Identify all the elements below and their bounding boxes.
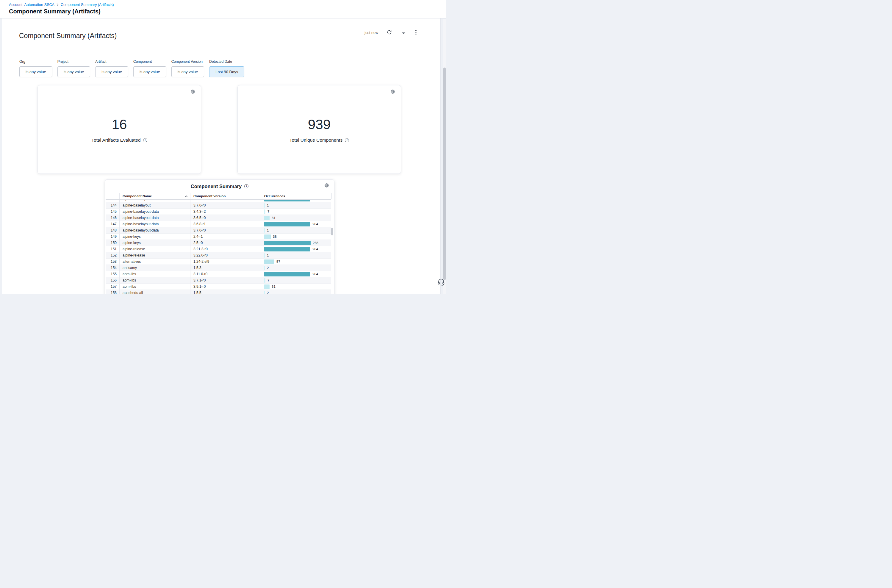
info-icon[interactable] — [244, 184, 249, 188]
component-version-cell: 3.7.0-r0 — [190, 202, 261, 208]
filter-value-button[interactable]: is any value — [95, 66, 128, 77]
component-version-cell: 2.5-r0 — [190, 240, 261, 246]
filter-value-button[interactable]: is any value — [171, 66, 204, 77]
stat-value: 939 — [308, 116, 331, 132]
component-name-cell: apacheds-all — [119, 290, 190, 294]
table-row: 146 alpine-baselayout-data 3.6.5-r0 31 — [106, 215, 331, 221]
occurrence-bar — [264, 285, 270, 289]
component-version-cell: 3.7.1-r0 — [190, 278, 261, 283]
occurrence-bar — [264, 247, 310, 252]
occurrences-cell: 57 — [261, 259, 331, 264]
table-card-header: Component Summary — [105, 180, 334, 193]
table-row: 147 alpine-baselayout-data 3.6.8-r1 264 — [106, 221, 331, 227]
occurrence-count: 2 — [267, 291, 269, 294]
row-number: 156 — [106, 278, 119, 282]
component-name-cell: alpine-baselayout-data — [119, 221, 190, 227]
stat-label-row: Total Unique Components — [289, 138, 349, 143]
breadcrumb-current-link[interactable]: Component Summary (Artifacts) — [61, 3, 114, 7]
stat-label-row: Total Artifacts Evaluated — [91, 138, 147, 143]
filter-value-button[interactable]: is any value — [133, 66, 166, 77]
occurrence-count: 264 — [312, 200, 318, 201]
column-header-occurrences[interactable]: Occurrences — [261, 193, 332, 200]
filter-component: Component is any value — [133, 60, 166, 77]
table-scrollbar-thumb[interactable] — [331, 228, 333, 236]
occurrence-bar — [264, 234, 271, 239]
row-number: 151 — [106, 247, 119, 251]
stat-card-unique-components: 939 Total Unique Components — [237, 85, 401, 174]
component-version-cell: 3.22.0-r0 — [190, 252, 261, 258]
occurrence-count: 57 — [276, 260, 280, 263]
stat-cards-row: 16 Total Artifacts Evaluated 939 Total U… — [37, 85, 401, 174]
dashboard-panel: Component Summary (Artifacts) just now — [2, 18, 441, 294]
occurrence-bar — [264, 210, 265, 214]
filter-org: Org is any value — [19, 60, 52, 77]
filter-label: Org — [19, 60, 52, 64]
column-label: Component Name — [123, 194, 152, 198]
occurrence-bar — [264, 203, 265, 208]
stat-card-total-artifacts: 16 Total Artifacts Evaluated — [37, 85, 201, 174]
component-version-cell: 2.4-r1 — [190, 234, 261, 240]
occurrence-count: 31 — [271, 285, 276, 288]
row-number: 149 — [106, 234, 119, 238]
sort-ascending-icon — [184, 194, 188, 198]
support-button[interactable] — [437, 278, 445, 287]
occurrence-bar — [264, 216, 270, 220]
table-row: 154 antisamy 1.5.3 2 — [106, 265, 331, 271]
info-icon[interactable] — [345, 138, 349, 142]
occurrences-cell: 264 — [261, 200, 331, 202]
filter-value-button[interactable]: is any value — [19, 66, 52, 77]
column-header-component-name[interactable]: Component Name — [119, 193, 190, 200]
component-version-cell: 3.4.3-r2 — [190, 208, 261, 214]
table-row: 149 alpine-keys 2.4-r1 38 — [106, 234, 331, 240]
component-version-cell: 1.5.5 — [190, 290, 261, 294]
occurrences-cell: 7 — [261, 278, 331, 283]
component-summary-card: Component Summary Component Name Compone… — [105, 179, 334, 294]
component-name-cell: alpine-baselayout-data — [119, 227, 190, 233]
occurrence-count: 1 — [267, 254, 269, 257]
occurrence-count: 2 — [267, 266, 269, 270]
table-row: 157 aom-libs 3.9.1-r0 31 — [106, 284, 331, 290]
page-scrollbar[interactable] — [443, 19, 446, 294]
filter-value-button[interactable]: Last 90 Days — [209, 66, 244, 77]
occurrence-count: 31 — [271, 216, 276, 220]
component-version-cell: 1.5.3 — [190, 265, 261, 271]
globe-icon[interactable] — [190, 88, 196, 96]
table-scrollbar[interactable] — [331, 200, 333, 294]
globe-icon[interactable] — [390, 88, 396, 96]
breadcrumb: Account: Automation-SSCA Component Summa… — [9, 3, 446, 7]
occurrence-bar — [264, 260, 274, 264]
info-icon[interactable] — [143, 138, 147, 142]
occurrences-cell: 38 — [261, 234, 331, 240]
page-scrollbar-thumb[interactable] — [443, 68, 446, 280]
breadcrumb-account-link[interactable]: Account: Automation-SSCA — [9, 3, 54, 7]
occurrence-bar — [264, 200, 310, 201]
filter-button[interactable] — [400, 30, 407, 36]
filter-label: Detected Date — [209, 60, 244, 64]
stat-label: Total Artifacts Evaluated — [91, 138, 141, 143]
table-row: 150 alpine-keys 2.5-r0 265 — [106, 240, 331, 246]
component-version-cell: 3.21.3-r0 — [190, 246, 261, 252]
row-number: 146 — [106, 216, 119, 220]
occurrence-bar — [264, 222, 310, 226]
table-row: 144 alpine-baselayout 3.7.0-r0 1 — [106, 202, 331, 208]
column-header-component-version[interactable]: Component Version — [190, 193, 261, 200]
component-name-cell: alpine-release — [119, 252, 190, 258]
table-row: 153 alternatives 1.24-2.el9 57 — [106, 259, 331, 265]
component-name-cell: alpine-keys — [119, 240, 190, 246]
globe-icon[interactable] — [324, 182, 330, 189]
column-label: Occurrences — [264, 194, 285, 198]
component-name-cell: alpine-baselayout — [119, 200, 190, 202]
component-name-cell: alpine-release — [119, 246, 190, 252]
occurrence-count: 38 — [273, 235, 277, 238]
row-number: 143 — [106, 200, 119, 201]
occurrences-cell: 264 — [261, 271, 331, 277]
more-options-button[interactable] — [415, 29, 417, 36]
refresh-button[interactable] — [386, 29, 393, 36]
table-row: 148 alpine-baselayout-data 3.7.0-r0 1 — [106, 227, 331, 234]
component-name-cell: aom-libs — [119, 284, 190, 290]
table-row: 152 alpine-release 3.22.0-r0 1 — [106, 252, 331, 259]
table-row: 145 alpine-baselayout-data 3.4.3-r2 7 — [106, 208, 331, 215]
refresh-icon — [387, 30, 392, 36]
occurrence-bar — [264, 291, 265, 294]
filter-value-button[interactable]: is any value — [57, 66, 90, 77]
